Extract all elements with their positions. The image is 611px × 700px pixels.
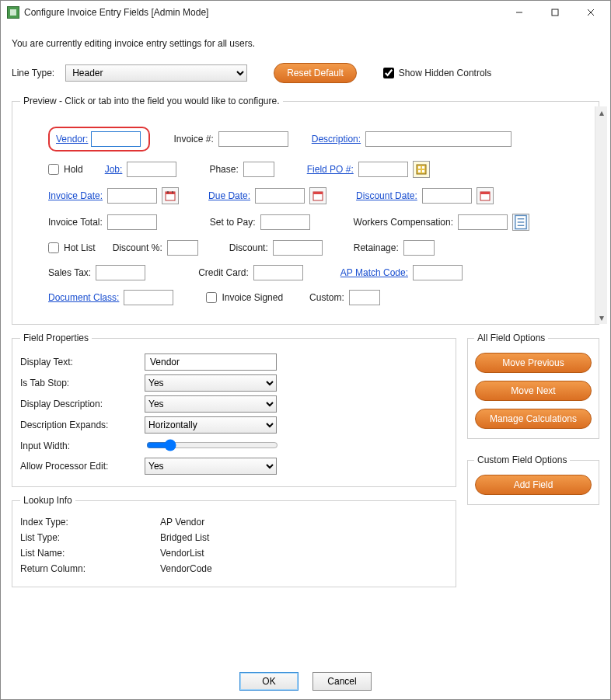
show-hidden-checkbox[interactable]: Show Hidden Controls	[383, 68, 491, 78]
intro-text: You are currently editing invoice entry …	[12, 38, 599, 49]
vendor-label[interactable]: Vendor:	[56, 134, 88, 145]
hold-checkbox[interactable]: Hold	[48, 164, 83, 175]
input-width-label: Input Width:	[20, 441, 145, 451]
maximize-button[interactable]	[537, 1, 573, 24]
minimize-button[interactable]	[501, 1, 537, 24]
invoice-date-calendar-icon[interactable]	[162, 187, 179, 204]
discount-date-label[interactable]: Discount Date:	[356, 190, 417, 201]
svg-rect-16	[480, 192, 490, 194]
ap-match-code-input[interactable]	[413, 265, 463, 280]
invoice-date-label[interactable]: Invoice Date:	[48, 190, 103, 201]
list-name-label: List Name:	[20, 548, 160, 559]
invoice-num-input[interactable]	[218, 131, 288, 147]
scroll-up-icon[interactable]: ▴	[595, 106, 607, 119]
field-properties-legend: Field Properties	[20, 333, 92, 343]
add-field-button[interactable]: Add Field	[475, 475, 592, 495]
discount-input[interactable]	[273, 240, 323, 256]
due-date-calendar-icon[interactable]	[309, 187, 326, 204]
description-input[interactable]	[365, 131, 511, 147]
invoice-date-input[interactable]	[107, 188, 157, 204]
field-po-lookup-icon[interactable]	[413, 161, 430, 178]
svg-rect-7	[418, 170, 421, 172]
input-width-slider[interactable]	[146, 439, 278, 451]
allow-proc-label: Allow Processor Edit:	[20, 461, 145, 472]
return-col-value: VendorCode	[160, 563, 212, 574]
field-po-input[interactable]	[358, 162, 408, 177]
vendor-input[interactable]	[91, 131, 141, 147]
workers-comp-label: Workers Compensation:	[354, 217, 454, 228]
invoice-signed-checkbox[interactable]: Invoice Signed	[206, 292, 283, 303]
workers-comp-input[interactable]	[458, 214, 508, 230]
sales-tax-label: Sales Tax:	[48, 267, 91, 278]
manage-calculations-button[interactable]: Manage Calculations	[475, 409, 592, 429]
hot-list-label: Hot List	[64, 242, 96, 253]
field-properties-group: Field Properties Display Text: Is Tab St…	[12, 333, 456, 487]
invoice-total-label: Invoice Total:	[48, 217, 103, 228]
scroll-down-icon[interactable]: ▾	[595, 312, 607, 324]
phase-label: Phase:	[209, 164, 238, 175]
list-name-value: VendorList	[160, 548, 204, 559]
show-hidden-label: Show Hidden Controls	[399, 68, 491, 78]
line-type-label: Line Type:	[12, 68, 54, 78]
sales-tax-input[interactable]	[96, 265, 145, 280]
show-hidden-input[interactable]	[383, 68, 394, 78]
is-tab-stop-select[interactable]: Yes	[145, 374, 277, 392]
custom-label: Custom:	[309, 292, 344, 303]
retainage-input[interactable]	[403, 240, 435, 256]
allow-proc-select[interactable]: Yes	[145, 458, 277, 475]
display-desc-select[interactable]: Yes	[145, 395, 277, 413]
vendor-field-selected[interactable]: Vendor:	[48, 127, 150, 151]
job-input[interactable]	[127, 162, 176, 177]
move-previous-button[interactable]: Move Previous	[475, 353, 592, 373]
discount-date-calendar-icon[interactable]	[477, 187, 494, 204]
invoice-total-input[interactable]	[107, 214, 157, 230]
discount-label: Discount:	[229, 242, 268, 253]
preview-canvas: Vendor: Invoice #: Description: Hold	[20, 113, 591, 321]
close-button[interactable]	[573, 1, 609, 24]
set-to-pay-label: Set to Pay:	[210, 217, 256, 228]
window-title: Configure Invoice Entry Fields [Admin Mo…	[24, 7, 501, 18]
desc-expands-select[interactable]: Horizontally	[145, 416, 277, 434]
ap-match-code-label[interactable]: AP Match Code:	[340, 267, 408, 278]
ok-button[interactable]: OK	[239, 672, 299, 691]
custom-input[interactable]	[349, 290, 380, 305]
credit-card-input[interactable]	[253, 265, 303, 280]
content-area: You are currently editing invoice entry …	[1, 24, 610, 662]
display-text-input[interactable]	[145, 353, 277, 371]
description-label[interactable]: Description:	[312, 134, 361, 145]
workers-comp-doc-icon[interactable]	[512, 214, 529, 231]
svg-rect-6	[422, 166, 424, 169]
due-date-input[interactable]	[255, 188, 305, 204]
document-class-input[interactable]	[124, 290, 173, 305]
is-tab-stop-label: Is Tab Stop:	[20, 378, 145, 388]
credit-card-label: Credit Card:	[198, 267, 249, 278]
discount-pct-input[interactable]	[167, 240, 198, 256]
field-po-label[interactable]: Field PO #:	[307, 164, 354, 175]
list-type-label: List Type:	[20, 532, 160, 543]
dialog-window: Configure Invoice Entry Fields [Admin Mo…	[0, 0, 611, 700]
phase-input[interactable]	[243, 162, 274, 177]
hot-list-checkbox[interactable]: Hot List	[48, 242, 96, 253]
cancel-button[interactable]: Cancel	[312, 672, 372, 691]
custom-field-options-group: Custom Field Options Add Field	[467, 454, 599, 505]
display-text-label: Display Text:	[20, 357, 145, 367]
due-date-label[interactable]: Due Date:	[208, 190, 250, 201]
hot-list-input[interactable]	[48, 242, 59, 253]
index-type-label: Index Type:	[20, 517, 160, 528]
preview-scrollbar[interactable]: ▴ ▾	[595, 106, 607, 324]
line-type-select[interactable]: Header	[65, 64, 247, 82]
return-col-label: Return Column:	[20, 563, 160, 574]
display-desc-label: Display Description:	[20, 399, 145, 409]
invoice-signed-input[interactable]	[206, 292, 217, 303]
svg-rect-14	[313, 192, 323, 194]
move-next-button[interactable]: Move Next	[475, 381, 592, 401]
document-class-label[interactable]: Document Class:	[48, 292, 119, 303]
discount-date-input[interactable]	[422, 188, 472, 204]
job-label[interactable]: Job:	[105, 164, 123, 175]
lower-columns: Field Properties Display Text: Is Tab St…	[12, 333, 599, 595]
set-to-pay-input[interactable]	[260, 214, 310, 230]
reset-default-button[interactable]: Reset Default	[274, 63, 357, 83]
hold-input[interactable]	[48, 164, 59, 175]
hold-label: Hold	[64, 164, 83, 175]
lookup-info-legend: Lookup Info	[20, 495, 75, 506]
